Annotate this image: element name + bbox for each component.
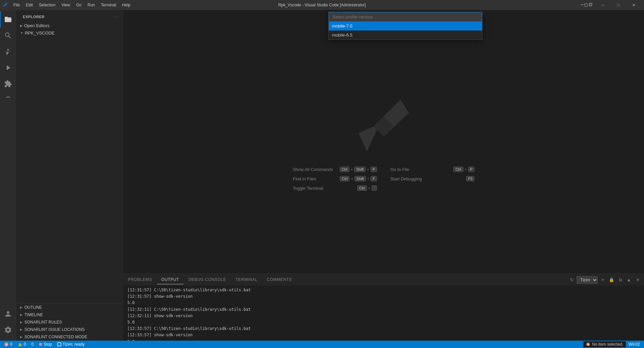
maximize-panel-button[interactable]: ▲	[625, 276, 633, 284]
open-editors-chevron: ▶	[20, 24, 23, 27]
close-button[interactable]: ✕	[626, 0, 641, 10]
sidebar-content: ▶ Open Editors ▼ RPK_VSCODE	[16, 22, 123, 303]
error-count: 0	[10, 342, 12, 347]
tab-problems[interactable]: PROBLEMS	[123, 275, 157, 284]
no-item-label: No item selected.	[592, 342, 623, 347]
menu-terminal[interactable]: Terminal	[98, 2, 119, 8]
status-errors[interactable]: ✕ 0	[3, 341, 14, 348]
key-ctrl-4: Ctrl	[357, 185, 367, 191]
key-plus-2: +	[367, 167, 369, 171]
dropdown-list: mobile-7.0 mobile-6.5	[329, 21, 482, 40]
status-platform[interactable]: Win32	[627, 341, 641, 348]
sonarlint-issues-chevron: ▶	[20, 328, 22, 331]
open-editors-label: Open Editors	[24, 23, 50, 28]
activity-rpk[interactable]	[0, 92, 16, 108]
svg-rect-1	[585, 4, 587, 6]
tab-output[interactable]: OUTPUT	[157, 275, 184, 284]
svg-rect-8	[39, 343, 42, 346]
shortcut-show-all: Show All Commands Ctrl + Shift + P	[293, 167, 377, 172]
status-bar: ✕ 0 ! 0 0 Stop Tizen: ready ✕ No item se…	[0, 341, 644, 348]
dropdown-item-mobile-7[interactable]: mobile-7.0	[329, 21, 482, 31]
menu-edit[interactable]: Edit	[23, 2, 36, 8]
shortcut-terminal-keys: Ctrl + `	[357, 185, 377, 191]
key-ctrl-3: Ctrl	[340, 176, 349, 181]
sonarlint-connected-section[interactable]: ▶ SONARLINT CONNECTED MODE	[16, 333, 123, 341]
status-tizen[interactable]: Tizen: ready	[56, 341, 86, 348]
status-warnings[interactable]: ! 0	[16, 341, 27, 348]
info-count: 0	[31, 342, 34, 347]
shortcuts-grid: Show All Commands Ctrl + Shift + P Go to…	[293, 167, 475, 191]
activity-source-control[interactable]	[0, 44, 16, 60]
activity-bar-bottom	[0, 306, 16, 341]
svg-text:✕: ✕	[587, 343, 590, 346]
output-line-7: [12:33:57] C:\50\tizen-studio\library\sd…	[127, 326, 640, 332]
app-icon	[3, 2, 8, 8]
menu-view[interactable]: View	[59, 2, 73, 8]
key-plus-6: +	[368, 186, 370, 190]
shortcut-debug-keys: F5	[466, 176, 474, 181]
panel-output-content: [12:31:57] C:\50\tizen-studio\library\sd…	[123, 286, 644, 341]
menu-file[interactable]: File	[11, 2, 22, 8]
rpk-vscode-chevron: ▼	[20, 31, 23, 35]
shortcut-debug: Start Debugging F5	[390, 176, 474, 181]
open-editors-section[interactable]: ▶ Open Editors	[16, 22, 123, 29]
key-shift-2: Shift	[355, 176, 366, 181]
profile-version-input[interactable]	[329, 12, 482, 21]
activity-account[interactable]	[0, 306, 16, 322]
status-stop[interactable]: Stop	[38, 341, 53, 348]
shortcut-show-all-label: Show All Commands	[293, 167, 333, 172]
menu-help[interactable]: Help	[120, 2, 133, 8]
activity-search[interactable]	[0, 27, 16, 44]
tab-debug-console[interactable]: DEBUG CONSOLE	[184, 275, 231, 284]
key-p: P	[371, 167, 377, 172]
sonarlint-issues-section[interactable]: ▶ SONARLINT ISSUE LOCATIONS	[16, 326, 123, 333]
outline-label: OUTLINE	[24, 305, 42, 310]
tab-terminal[interactable]: TERMINAL	[231, 275, 262, 284]
refresh-output-button[interactable]: ↻	[568, 276, 575, 284]
output-line-4: [12:32:11] C:\50\tizen-studio\library\sd…	[127, 306, 640, 313]
output-line-3: 5.0	[127, 300, 640, 306]
panel-controls: ↻ Tizen ≡ 🔒 ⧉ ▲ ✕	[568, 276, 644, 284]
sonarlint-rules-section[interactable]: ▶ SONARLINT RULES	[16, 318, 123, 326]
menu-go[interactable]: Go	[73, 2, 84, 8]
title-bar-left: File Edit Selection View Go Run Terminal…	[3, 2, 133, 8]
open-editor-button[interactable]: ⧉	[617, 276, 624, 284]
output-line-8: [12:33:57] show-sdk-version	[127, 332, 640, 338]
status-info[interactable]: 0	[30, 341, 35, 348]
lock-output-button[interactable]: 🔒	[608, 276, 615, 284]
sidebar-more-actions[interactable]: ···	[113, 13, 119, 20]
key-p-2: P	[468, 167, 474, 172]
rpk-vscode-label: RPK_VSCODE	[25, 31, 55, 36]
rpk-vscode-section[interactable]: ▼ RPK_VSCODE	[16, 29, 123, 37]
activity-explorer[interactable]	[0, 11, 16, 27]
activity-settings[interactable]	[0, 322, 16, 338]
key-ctrl-2: Ctrl	[453, 167, 463, 172]
sonarlint-rules-label: SONARLINT RULES	[24, 320, 62, 325]
maximize-button[interactable]: □	[610, 0, 626, 10]
dropdown-item-mobile-6[interactable]: mobile-6.5	[329, 31, 482, 40]
key-plus-1: +	[351, 167, 353, 171]
panel: PROBLEMS OUTPUT DEBUG CONSOLE TERMINAL C…	[123, 274, 644, 341]
minimize-button[interactable]: ─	[595, 0, 610, 10]
tab-comments[interactable]: COMMENTS	[262, 275, 297, 284]
dropdown-overlay: mobile-7.0 mobile-6.5	[167, 12, 644, 40]
menu-selection[interactable]: Selection	[36, 2, 58, 8]
shortcut-find-files: Find in Files Ctrl + Shift + F	[293, 176, 377, 181]
sidebar: Explorer ··· ▶ Open Editors ▼ RPK_VSCODE…	[16, 10, 123, 341]
no-item-selected: ✕ No item selected.	[583, 341, 626, 347]
shortcut-find-label: Find in Files	[293, 176, 316, 181]
menu-run[interactable]: Run	[85, 2, 98, 8]
svg-rect-0	[581, 4, 584, 5]
sonarlint-rules-chevron: ▶	[20, 321, 22, 324]
outline-section[interactable]: ▶ OUTLINE	[16, 304, 123, 311]
clear-output-button[interactable]: ≡	[599, 276, 606, 284]
output-source-dropdown[interactable]: Tizen	[577, 276, 598, 284]
close-panel-button[interactable]: ✕	[634, 276, 641, 284]
activity-extensions[interactable]	[0, 76, 16, 92]
sonarlint-issues-label: SONARLINT ISSUE LOCATIONS	[24, 327, 85, 332]
svg-rect-2	[589, 4, 591, 6]
timeline-section[interactable]: ▶ TIMELINE	[16, 311, 123, 318]
activity-run-debug[interactable]	[0, 60, 16, 76]
welcome-area: Show All Commands Ctrl + Shift + P Go to…	[123, 10, 644, 274]
key-shift: Shift	[354, 167, 366, 172]
